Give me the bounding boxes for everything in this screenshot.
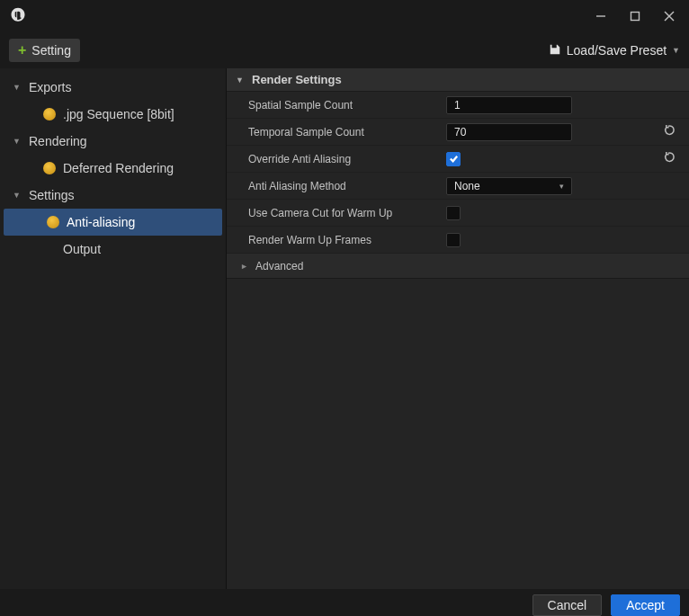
prop-row-anti-aliasing-method: Anti Aliasing Method None ▾ (227, 173, 689, 200)
section-header-render-settings[interactable]: ▼ Render Settings (227, 68, 689, 92)
section-title: Render Settings (252, 73, 342, 86)
prop-label: Anti Aliasing Method (227, 180, 439, 192)
toolbar: + Setting Load/Save Preset ▼ (0, 32, 689, 68)
chevron-down-icon: ▼ (672, 46, 680, 55)
prop-row-override-anti-aliasing: Override Anti Aliasing (227, 146, 689, 173)
prop-row-render-warm-up-frames: Render Warm Up Frames (227, 227, 689, 254)
app-logo-icon (9, 6, 27, 27)
properties-panel: ▼ Render Settings Spatial Sample Count T… (227, 68, 689, 589)
section-advanced[interactable]: ▼ Advanced (227, 254, 689, 279)
sidebar-item-label: Deferred Rendering (63, 161, 174, 175)
accept-button[interactable]: Accept (611, 594, 680, 616)
cancel-button[interactable]: Cancel (532, 594, 603, 616)
svg-rect-1 (631, 13, 640, 21)
prop-row-use-camera-cut-warmup: Use Camera Cut for Warm Up (227, 200, 689, 227)
window-maximize-button[interactable] (622, 4, 648, 29)
prop-row-spatial-sample-count: Spatial Sample Count (227, 92, 689, 119)
sidebar-item-label: .jpg Sequence [8bit] (63, 107, 174, 121)
chevron-down-icon: ▾ (559, 182, 564, 191)
sidebar-item-jpg-sequence[interactable]: .jpg Sequence [8bit] (0, 101, 226, 128)
plus-icon: + (18, 43, 26, 58)
prop-label: Temporal Sample Count (227, 126, 439, 138)
sidebar-item-label: Anti-aliasing (67, 215, 135, 229)
bullet-icon (47, 216, 59, 228)
chevron-down-icon: ▼ (13, 191, 22, 200)
bullet-icon (43, 108, 56, 121)
sidebar-item-label: Output (63, 242, 101, 256)
add-setting-label: Setting (31, 43, 71, 58)
temporal-sample-input[interactable] (446, 123, 572, 141)
sidebar-group-rendering[interactable]: ▼ Rendering (0, 128, 226, 155)
select-value: None (454, 180, 480, 192)
aa-method-select[interactable]: None ▾ (446, 177, 572, 195)
window-close-button[interactable] (657, 4, 682, 29)
save-icon (549, 43, 561, 58)
footer: Cancel Accept (0, 589, 689, 616)
sidebar-item-deferred-rendering[interactable]: Deferred Rendering (0, 155, 226, 182)
prop-label: Override Anti Aliasing (227, 153, 439, 165)
prop-label: Spatial Sample Count (227, 99, 439, 112)
chevron-down-icon: ▼ (236, 76, 245, 85)
prop-label: Render Warm Up Frames (227, 234, 439, 246)
chevron-down-icon: ▼ (13, 137, 22, 146)
add-setting-button[interactable]: + Setting (9, 39, 80, 62)
sidebar-group-settings[interactable]: ▼ Settings (0, 182, 226, 209)
sidebar-group-label: Settings (29, 188, 75, 202)
load-save-preset-button[interactable]: Load/Save Preset ▼ (549, 43, 680, 58)
reset-icon[interactable] (663, 124, 676, 140)
spatial-sample-input[interactable] (446, 96, 572, 114)
camera-cut-checkbox[interactable] (446, 206, 461, 220)
preset-label: Load/Save Preset (567, 43, 667, 58)
reset-icon[interactable] (663, 151, 676, 167)
sidebar-item-anti-aliasing[interactable]: Anti-aliasing (4, 209, 222, 236)
advanced-label: Advanced (255, 260, 303, 272)
main-area: ▼ Exports .jpg Sequence [8bit] ▼ Renderi… (0, 68, 689, 589)
prop-label: Use Camera Cut for Warm Up (227, 207, 439, 219)
sidebar-item-output[interactable]: Output (0, 236, 226, 263)
sidebar: ▼ Exports .jpg Sequence [8bit] ▼ Renderi… (0, 68, 227, 589)
window-minimize-button[interactable] (588, 4, 613, 29)
render-warmup-checkbox[interactable] (446, 233, 461, 247)
titlebar (0, 0, 689, 32)
sidebar-group-label: Exports (29, 80, 71, 94)
chevron-down-icon: ▼ (13, 83, 22, 92)
sidebar-group-exports[interactable]: ▼ Exports (0, 74, 226, 101)
prop-row-temporal-sample-count: Temporal Sample Count (227, 119, 689, 146)
sidebar-group-label: Rendering (29, 134, 87, 148)
bullet-icon (43, 162, 56, 174)
override-aa-checkbox[interactable] (446, 152, 461, 166)
chevron-right-icon: ▼ (239, 262, 248, 271)
